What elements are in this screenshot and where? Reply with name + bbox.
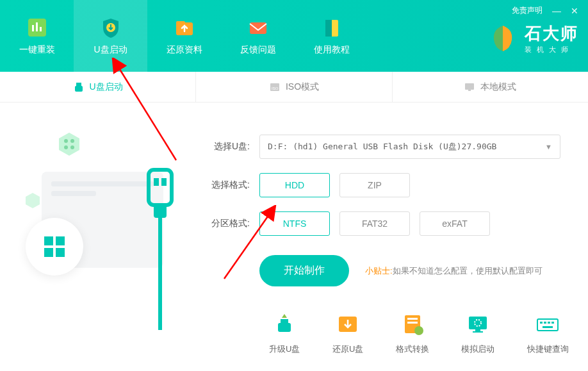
nav-tab-reinstall[interactable]: 一键重装 bbox=[0, 0, 74, 72]
svg-rect-23 bbox=[56, 236, 65, 245]
shield-icon bbox=[99, 16, 122, 39]
windows-circle-icon bbox=[26, 218, 83, 276]
svg-point-20 bbox=[70, 145, 74, 149]
brand-text: 石大师 装机大师 bbox=[525, 22, 578, 54]
sub-tab-iso[interactable]: ISO ISO模式 bbox=[196, 72, 392, 102]
nav-tab-label: 反馈问题 bbox=[240, 44, 276, 56]
iso-icon: ISO bbox=[269, 81, 281, 93]
svg-rect-47 bbox=[543, 326, 553, 328]
format-option-zip[interactable]: ZIP bbox=[339, 173, 410, 197]
sub-tab-label: U盘启动 bbox=[90, 81, 123, 93]
usb-cable-illustration bbox=[141, 167, 179, 333]
brand-title: 石大师 bbox=[525, 22, 578, 45]
action-label: 模拟启动 bbox=[461, 343, 494, 355]
nav-tab-feedback[interactable]: 反馈问题 bbox=[221, 0, 295, 72]
partition-option-ntfs[interactable]: NTFS bbox=[259, 211, 330, 236]
svg-rect-7 bbox=[250, 22, 266, 34]
action-label: 升级U盘 bbox=[269, 343, 300, 355]
svg-rect-14 bbox=[465, 83, 474, 90]
usb-select-value: D:F: (hd1) General USB Flash Disk (U盘)27… bbox=[268, 141, 496, 153]
svg-rect-26 bbox=[149, 170, 172, 205]
svg-rect-25 bbox=[56, 248, 65, 257]
sub-tabs: U盘启动 ISO ISO模式 本地模式 bbox=[0, 72, 588, 103]
usb-upgrade-icon bbox=[272, 311, 297, 337]
action-simulate[interactable]: 模拟启动 bbox=[461, 311, 494, 355]
close-icon[interactable]: ✕ bbox=[571, 6, 578, 16]
svg-rect-36 bbox=[407, 322, 418, 324]
action-hotkey[interactable]: 快捷键查询 bbox=[527, 311, 569, 355]
book-icon bbox=[320, 16, 343, 39]
svg-rect-32 bbox=[281, 319, 288, 324]
svg-point-17 bbox=[64, 139, 68, 143]
svg-rect-28 bbox=[161, 178, 167, 186]
partition-row: 分区格式: NTFS FAT32 exFAT bbox=[205, 211, 569, 236]
svg-rect-38 bbox=[469, 317, 487, 329]
nav-tab-label: 还原资料 bbox=[167, 44, 202, 56]
chart-icon bbox=[26, 16, 49, 39]
format-label: 选择格式: bbox=[205, 179, 250, 191]
svg-rect-11 bbox=[75, 86, 83, 92]
partition-option-fat32[interactable]: FAT32 bbox=[339, 211, 410, 236]
sub-tab-label: 本地模式 bbox=[480, 81, 516, 93]
simulate-icon bbox=[465, 311, 491, 337]
svg-rect-43 bbox=[540, 322, 543, 324]
tip-label: 小贴士: bbox=[365, 266, 393, 276]
svg-rect-3 bbox=[40, 27, 42, 31]
monitor-icon bbox=[464, 81, 475, 93]
nav-tab-usb-boot[interactable]: U盘启动 bbox=[74, 0, 147, 72]
action-upgrade-usb[interactable]: 升级U盘 bbox=[269, 311, 300, 355]
action-restore-usb[interactable]: 还原U盘 bbox=[332, 311, 363, 355]
partition-option-exfat[interactable]: exFAT bbox=[420, 211, 490, 236]
svg-text:ISO: ISO bbox=[272, 87, 279, 90]
svg-rect-46 bbox=[551, 322, 554, 324]
illustration bbox=[0, 103, 199, 371]
brand-logo-icon bbox=[487, 23, 518, 54]
chevron-down-icon: ▼ bbox=[545, 143, 552, 151]
svg-marker-21 bbox=[26, 193, 40, 208]
hex-decoration-icon bbox=[56, 131, 82, 157]
action-row: 开始制作 小贴士:如果不知道怎么配置，使用默认配置即可 bbox=[205, 255, 569, 286]
disclaimer-link[interactable]: 免责声明 bbox=[512, 5, 543, 16]
partition-label: 分区格式: bbox=[205, 218, 250, 229]
usb-select[interactable]: D:F: (hd1) General USB Flash Disk (U盘)27… bbox=[259, 135, 560, 159]
svg-point-18 bbox=[70, 139, 74, 143]
action-convert[interactable]: 格式转换 bbox=[396, 311, 429, 355]
nav-tab-tutorial[interactable]: 使用教程 bbox=[295, 0, 368, 72]
usb-select-row: 选择U盘: D:F: (hd1) General USB Flash Disk … bbox=[205, 135, 569, 159]
tip-text: 小贴士:如果不知道怎么配置，使用默认配置即可 bbox=[365, 265, 543, 277]
nav-tab-label: 使用教程 bbox=[314, 44, 350, 56]
convert-icon bbox=[400, 311, 425, 337]
bottom-actions: 升级U盘 还原U盘 格式转换 模拟启动 快捷键查询 bbox=[269, 311, 569, 355]
action-label: 还原U盘 bbox=[332, 343, 363, 355]
svg-rect-2 bbox=[36, 22, 38, 31]
svg-point-19 bbox=[64, 145, 68, 149]
usb-label: 选择U盘: bbox=[205, 141, 250, 153]
header-right: 免责声明 — ✕ 石大师 装机大师 bbox=[478, 0, 588, 72]
svg-rect-45 bbox=[548, 322, 550, 324]
sub-tab-local[interactable]: 本地模式 bbox=[393, 72, 588, 102]
hex-small-icon bbox=[24, 192, 41, 209]
nav-tab-restore[interactable]: 还原资料 bbox=[147, 0, 221, 72]
usb-icon bbox=[73, 81, 85, 93]
minimize-icon[interactable]: — bbox=[552, 6, 561, 16]
action-label: 格式转换 bbox=[396, 343, 429, 355]
svg-rect-22 bbox=[44, 236, 53, 245]
action-label: 快捷键查询 bbox=[527, 343, 569, 355]
svg-rect-41 bbox=[473, 331, 483, 333]
svg-rect-29 bbox=[154, 205, 167, 218]
svg-rect-42 bbox=[537, 319, 558, 331]
svg-rect-31 bbox=[278, 323, 291, 332]
svg-rect-10 bbox=[76, 83, 81, 86]
svg-rect-15 bbox=[468, 90, 471, 91]
window-controls: 免责声明 — ✕ bbox=[512, 5, 578, 16]
svg-rect-40 bbox=[475, 329, 480, 331]
keyboard-icon bbox=[535, 311, 560, 337]
header: 一键重装 U盘启动 还原资料 反馈问题 使用教程 bbox=[0, 0, 588, 72]
mail-icon bbox=[247, 16, 270, 39]
format-option-hdd[interactable]: HDD bbox=[259, 173, 330, 197]
svg-rect-44 bbox=[544, 322, 546, 324]
sub-tab-usb[interactable]: U盘启动 bbox=[0, 72, 196, 102]
svg-rect-1 bbox=[32, 25, 34, 31]
start-button[interactable]: 开始制作 bbox=[259, 255, 349, 286]
svg-rect-35 bbox=[407, 318, 418, 320]
